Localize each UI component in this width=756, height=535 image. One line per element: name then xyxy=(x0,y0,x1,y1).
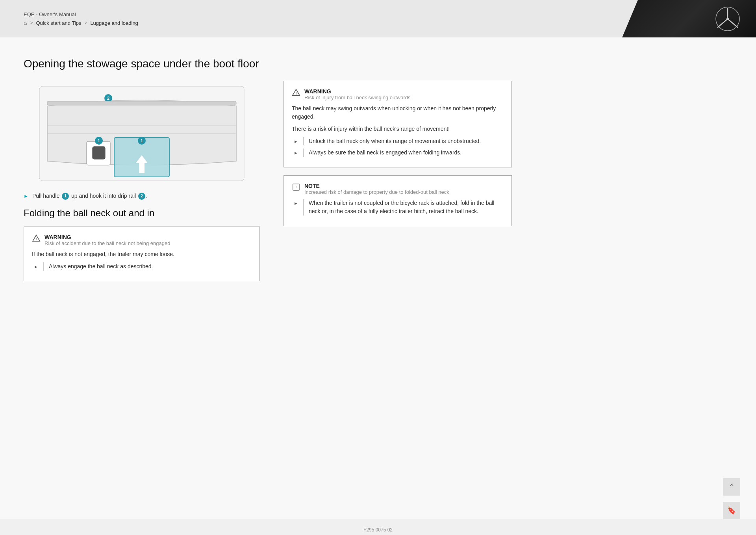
svg-rect-9 xyxy=(93,147,105,159)
warning-list-right: ► Unlock the ball neck only when its ran… xyxy=(292,137,504,157)
warning-body2-right: There is a risk of injury within the bal… xyxy=(292,125,504,133)
breadcrumb-separator-2: > xyxy=(84,20,87,26)
breadcrumb-item-1[interactable]: Quick start and Tips xyxy=(36,20,81,26)
note-box: ! NOTE Increased risk of damage to prope… xyxy=(284,175,512,226)
note-label-area: NOTE Increased risk of damage to propert… xyxy=(304,183,449,195)
svg-text:1: 1 xyxy=(141,138,143,143)
list-bar-1 xyxy=(303,137,304,145)
instruction-line: ► Pull handle 1 up and hook it into drip… xyxy=(24,193,260,200)
list-arrow-icon-2: ► xyxy=(294,150,298,156)
note-list: ► When the trailer is not coupled or the… xyxy=(292,199,504,215)
svg-point-4 xyxy=(726,18,729,20)
list-bar-2 xyxy=(303,149,304,157)
left-column: Opening the stowage space under the boot… xyxy=(24,57,260,496)
warning-label-area-right: WARNING Risk of injury from ball neck sw… xyxy=(304,88,411,100)
bookmark-button[interactable]: 🔖 xyxy=(723,502,740,519)
warning-header-right: ! WARNING Risk of injury from ball neck … xyxy=(292,88,504,100)
main-content: Opening the stowage space under the boot… xyxy=(0,37,756,519)
footer-code: F295 0075 02 xyxy=(363,527,393,533)
breadcrumb: ⌂ > Quick start and Tips > Luggage and l… xyxy=(24,20,622,26)
note-list-bar xyxy=(303,199,304,215)
bookmark-icon: 🔖 xyxy=(727,506,736,515)
warning-label-right: WARNING xyxy=(304,88,411,95)
list-arrow-icon-1: ► xyxy=(294,138,298,145)
warning-body-left: If the ball neck is not engaged, the tra… xyxy=(32,250,252,258)
header-left: EQE - Owner's Manual ⌂ > Quick start and… xyxy=(0,0,622,37)
list-item-text-2: Always be sure the ball neck is engaged … xyxy=(309,149,461,157)
home-icon[interactable]: ⌂ xyxy=(24,20,27,26)
list-item-text-1: Unlock the ball neck only when its range… xyxy=(309,137,481,145)
note-icon: ! xyxy=(292,183,300,191)
warning-box-right: ! WARNING Risk of injury from ball neck … xyxy=(284,81,512,167)
warning-subtitle-right: Risk of injury from ball neck swinging o… xyxy=(304,95,411,100)
section-2-heading: Folding the ball neck out and in xyxy=(24,208,260,219)
note-header: ! NOTE Increased risk of damage to prope… xyxy=(292,183,504,195)
list-item: ► Always engage the ball neck as describ… xyxy=(32,262,252,271)
breadcrumb-separator-1: > xyxy=(30,20,33,26)
svg-text:!: ! xyxy=(295,185,296,189)
warning-subtitle: Risk of accident due to the ball neck no… xyxy=(44,240,170,246)
list-bar xyxy=(43,262,44,271)
header-logo-area xyxy=(622,0,756,37)
warning-box-left: ! WARNING Risk of accident due to the ba… xyxy=(24,227,260,281)
page-footer: F295 0075 02 xyxy=(0,519,756,535)
note-list-item-1: ► When the trailer is not coupled or the… xyxy=(292,199,504,215)
svg-text:2: 2 xyxy=(107,96,109,100)
svg-line-3 xyxy=(728,19,738,28)
warning-list-left: ► Always engage the ball neck as describ… xyxy=(32,262,252,271)
manual-title: EQE - Owner's Manual xyxy=(24,11,622,17)
note-list-text-1: When the trailer is not coupled or the b… xyxy=(309,199,504,215)
note-list-arrow: ► xyxy=(294,200,298,207)
list-item-text: Always engage the ball neck as described… xyxy=(49,262,153,271)
svg-text:!: ! xyxy=(35,237,37,241)
scroll-up-icon: ⌃ xyxy=(729,483,735,491)
boot-illustration: 1 1 2 xyxy=(24,82,260,185)
right-column: ! WARNING Risk of injury from ball neck … xyxy=(284,57,512,496)
page-heading: Opening the stowage space under the boot… xyxy=(24,57,260,71)
breadcrumb-item-2[interactable]: Luggage and loading xyxy=(90,20,138,26)
badge-2: 2 xyxy=(138,193,145,200)
warning-header-left: ! WARNING Risk of accident due to the ba… xyxy=(32,234,252,246)
warning-triangle-icon: ! xyxy=(32,234,41,243)
mercedes-logo xyxy=(715,6,740,32)
warning-label-area: WARNING Risk of accident due to the ball… xyxy=(44,234,170,246)
list-item-1: ► Unlock the ball neck only when its ran… xyxy=(292,137,504,145)
svg-rect-18 xyxy=(47,101,236,105)
list-arrow-icon: ► xyxy=(34,264,38,270)
warning-triangle-icon-right: ! xyxy=(292,88,300,97)
header: EQE - Owner's Manual ⌂ > Quick start and… xyxy=(0,0,756,37)
badge-1: 1 xyxy=(62,193,69,200)
note-label: NOTE xyxy=(304,183,449,189)
scroll-up-button[interactable]: ⌃ xyxy=(723,478,740,496)
note-subtitle: Increased risk of damage to property due… xyxy=(304,189,449,195)
warning-body1-right: The ball neck may swing outwards when un… xyxy=(292,104,504,121)
svg-text:!: ! xyxy=(295,91,296,95)
warning-label: WARNING xyxy=(44,234,170,240)
instruction-text: Pull handle 1 up and hook it into drip r… xyxy=(32,193,148,200)
svg-text:1: 1 xyxy=(98,138,100,143)
svg-line-2 xyxy=(717,19,728,28)
bullet-arrow: ► xyxy=(24,193,28,199)
list-item-2: ► Always be sure the ball neck is engage… xyxy=(292,149,504,157)
